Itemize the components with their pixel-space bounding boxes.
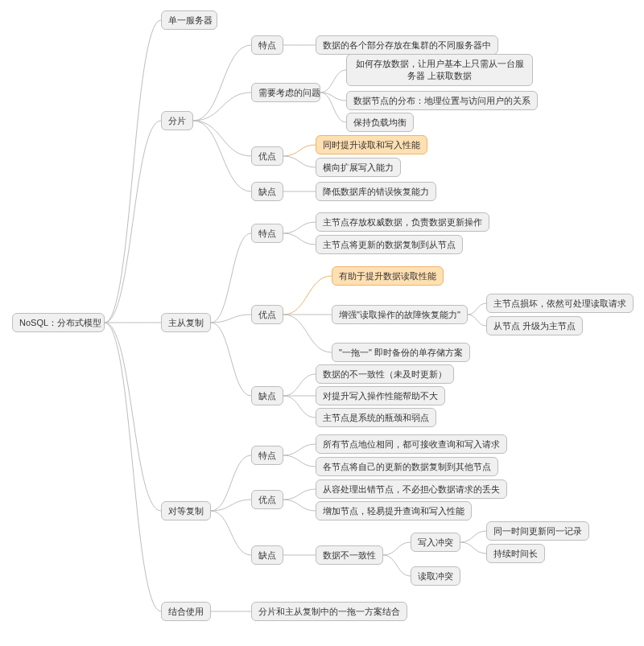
edge [283, 444, 316, 455]
edge [211, 511, 251, 555]
node-s-feat-1[interactable]: 数据的各个部分存放在集群的不同服务器中 [316, 35, 498, 56]
node-p-dis-1[interactable]: 数据不一致性 [316, 545, 383, 566]
edge [320, 70, 346, 93]
edge [193, 45, 251, 121]
node-p-adv-1[interactable]: 从容处理出错节点，不必担心数据请求的丢失 [316, 479, 507, 500]
node-s-issues[interactable]: 需要考虑的问题 [251, 83, 320, 103]
node-combo-1[interactable]: 分片和主从复制中的一拖一方案结合 [251, 602, 407, 622]
edge [460, 531, 486, 542]
edge [193, 121, 251, 156]
node-s-adv-2[interactable]: 横向扩展写入能力 [316, 158, 401, 178]
edge [283, 145, 316, 156]
node-m-dis-1[interactable]: 数据的不一致性（未及时更新） [316, 364, 454, 385]
edge [283, 396, 316, 418]
node-s-feat[interactable]: 特点 [251, 35, 283, 56]
node-m-adv-2[interactable]: 增强"读取操作的故障恢复能力" [332, 305, 468, 325]
node-m-adv-2a[interactable]: 主节点损坏，依然可处理读取请求 [486, 294, 634, 314]
edge [283, 489, 316, 500]
node-s-is-1[interactable]: 如何存放数据，让用户基本上只需从一台服务器 上获取数据 [346, 54, 533, 86]
edge [283, 233, 316, 245]
node-m-adv[interactable]: 优点 [251, 305, 283, 325]
node-p-dis[interactable]: 缺点 [251, 545, 283, 566]
edge [283, 315, 332, 352]
node-m-feat-1[interactable]: 主节点存放权威数据，负责数据更新操作 [316, 212, 489, 232]
edge [283, 455, 316, 467]
node-s-is-2[interactable]: 数据节点的分布：地理位置与访问用户的关系 [346, 91, 538, 111]
edge [383, 555, 411, 576]
edge [468, 315, 486, 326]
node-p-dis-1a[interactable]: 写入冲突 [411, 533, 460, 553]
node-ms[interactable]: 主从复制 [161, 313, 211, 333]
node-shard[interactable]: 分片 [161, 111, 193, 131]
edge [193, 121, 251, 191]
edge [211, 233, 251, 323]
node-p-dis-1a1[interactable]: 同一时间更新同一记录 [486, 521, 589, 541]
node-s-adv-1[interactable]: 同时提升读取和写入性能 [316, 135, 427, 155]
node-m-dis[interactable]: 缺点 [251, 386, 283, 406]
edge [105, 323, 161, 611]
edge [283, 156, 316, 167]
node-m-feat-2[interactable]: 主节点将更新的数据复制到从节点 [316, 235, 463, 255]
node-s-is-3[interactable]: 保持负载均衡 [346, 113, 414, 133]
node-p-dis-1b[interactable]: 读取冲突 [411, 566, 460, 586]
edge [211, 455, 251, 511]
node-single[interactable]: 单一服务器 [161, 10, 217, 31]
edge [468, 303, 486, 315]
node-p-feat[interactable]: 特点 [251, 446, 283, 466]
node-m-adv-1[interactable]: 有助于提升数据读取性能 [332, 266, 444, 286]
edge [211, 315, 251, 323]
edge [460, 542, 486, 553]
edge [383, 542, 411, 555]
node-m-adv-2b[interactable]: 从节点 升级为主节点 [486, 316, 583, 336]
node-peer[interactable]: 对等复制 [161, 501, 211, 521]
mindmap-canvas: NoSQL：分布式模型单一服务器分片特点数据的各个部分存放在集群的不同服务器中需… [0, 0, 644, 646]
edge [283, 374, 316, 396]
node-p-feat-2[interactable]: 各节点将自己的更新的数据复制到其他节点 [316, 457, 498, 477]
node-root[interactable]: NoSQL：分布式模型 [12, 313, 105, 333]
node-combo[interactable]: 结合使用 [161, 602, 211, 622]
node-m-adv-3[interactable]: "一拖一" 即时备份的单存储方案 [332, 343, 470, 363]
edge [211, 323, 251, 396]
edge [193, 93, 251, 121]
node-s-dis[interactable]: 缺点 [251, 182, 283, 202]
edge [283, 276, 332, 315]
node-p-dis-1a2[interactable]: 持续时间长 [486, 544, 545, 564]
node-p-feat-1[interactable]: 所有节点地位相同，都可接收查询和写入请求 [316, 434, 507, 455]
node-s-dis-1[interactable]: 降低数据库的错误恢复能力 [316, 182, 436, 202]
edge [283, 500, 316, 511]
edge [105, 20, 161, 323]
edge [283, 222, 316, 233]
node-p-adv[interactable]: 优点 [251, 490, 283, 510]
node-m-dis-3[interactable]: 主节点是系统的瓶颈和弱点 [316, 408, 436, 428]
node-s-adv[interactable]: 优点 [251, 146, 283, 167]
node-p-adv-2[interactable]: 增加节点，轻易提升查询和写入性能 [316, 501, 472, 521]
edge [105, 323, 161, 511]
edge [105, 121, 161, 323]
node-m-feat[interactable]: 特点 [251, 224, 283, 244]
node-m-dis-2[interactable]: 对提升写入操作性能帮助不大 [316, 386, 445, 406]
